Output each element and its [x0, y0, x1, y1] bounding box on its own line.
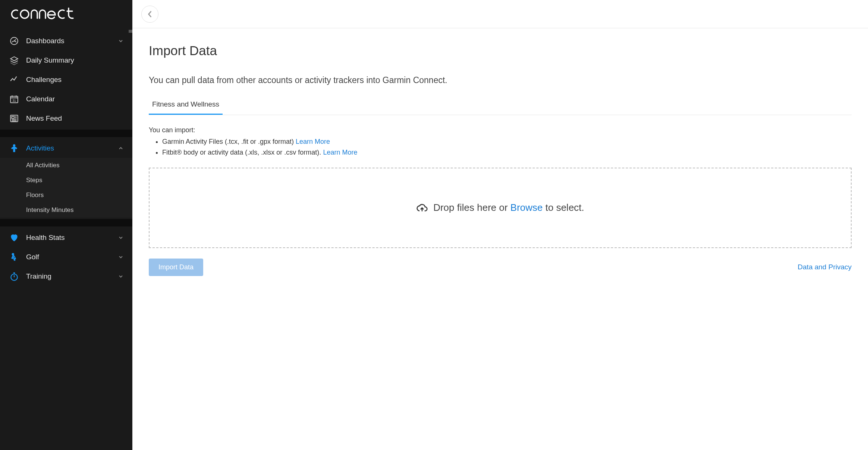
import-list-item: Garmin Activity Files (.tcx, .fit or .gp… [162, 136, 852, 147]
svg-point-0 [21, 10, 29, 18]
sidebar-subitem-steps[interactable]: Steps [0, 173, 132, 188]
tabs: Fitness and Wellness [149, 96, 852, 115]
trend-icon [9, 75, 19, 85]
sidebar-item-label: Dashboards [26, 37, 118, 45]
dropzone-suffix: to select. [543, 202, 584, 213]
topbar [132, 0, 868, 28]
golf-icon [9, 252, 19, 262]
sidebar-item-golf[interactable]: Golf [0, 247, 132, 267]
sidebar-item-label: News Feed [26, 114, 123, 123]
chevron-down-icon [118, 38, 123, 44]
data-privacy-link[interactable]: Data and Privacy [798, 263, 852, 271]
main-area: Import Data You can pull data from other… [132, 0, 868, 450]
sidebar-item-challenges[interactable]: Challenges [0, 70, 132, 89]
heart-icon [9, 232, 19, 243]
activities-submenu: All Activities Steps Floors Intensity Mi… [0, 158, 132, 218]
sidebar-item-label: Daily Summary [26, 56, 123, 64]
chevron-down-icon [118, 254, 123, 260]
svg-point-7 [12, 253, 14, 255]
page-title: Import Data [149, 43, 852, 58]
back-button[interactable] [141, 6, 158, 23]
sidebar-item-label: Calendar [26, 95, 123, 103]
sidebar-nav: Dashboards Daily Summary Challenges [0, 30, 132, 450]
actions-row: Import Data Data and Privacy [149, 259, 852, 276]
nav-separator [0, 130, 132, 137]
content: Import Data You can pull data from other… [132, 28, 868, 291]
sidebar-item-dashboards[interactable]: Dashboards [0, 31, 132, 51]
sidebar-item-label: Health Stats [26, 234, 118, 242]
dropzone-prefix: Drop files here or [433, 202, 510, 213]
sidebar-item-health-stats[interactable]: Health Stats [0, 228, 132, 247]
svg-text:31: 31 [12, 99, 16, 102]
sidebar-item-label: Golf [26, 253, 118, 261]
stopwatch-icon [9, 271, 19, 282]
layers-icon [9, 55, 19, 66]
sidebar-item-news-feed[interactable]: News Feed [0, 109, 132, 128]
dropzone-text: Drop files here or Browse to select. [433, 202, 584, 213]
learn-more-link[interactable]: Learn More [296, 138, 330, 145]
chevron-up-icon [118, 146, 123, 151]
person-icon [9, 143, 19, 153]
svg-point-6 [13, 145, 15, 146]
sidebar-item-label: Activities [26, 144, 118, 152]
bullet-text: Fitbit® body or activity data (.xls, .xl… [162, 149, 323, 156]
file-dropzone[interactable]: Drop files here or Browse to select. [149, 168, 852, 248]
sidebar: Dashboards Daily Summary Challenges [0, 0, 132, 450]
nav-separator [0, 219, 132, 226]
tab-fitness-wellness[interactable]: Fitness and Wellness [149, 96, 223, 115]
import-intro: You can import: [149, 126, 852, 134]
chevron-left-icon [147, 10, 152, 18]
sidebar-item-calendar[interactable]: 31 Calendar [0, 89, 132, 109]
import-button[interactable]: Import Data [149, 259, 203, 276]
sidebar-item-daily-summary[interactable]: Daily Summary [0, 51, 132, 70]
sidebar-subitem-all-activities[interactable]: All Activities [0, 158, 132, 173]
sidebar-item-activities[interactable]: Activities [0, 139, 132, 158]
sidebar-subitem-intensity-minutes[interactable]: Intensity Minutes [0, 203, 132, 218]
calendar-icon: 31 [9, 94, 19, 104]
sidebar-item-training[interactable]: Training [0, 267, 132, 286]
sidebar-item-label: Training [26, 272, 118, 281]
connect-wordmark [9, 7, 84, 22]
news-icon [9, 113, 19, 124]
browse-link[interactable]: Browse [510, 202, 543, 213]
learn-more-link[interactable]: Learn More [323, 149, 357, 156]
logo[interactable] [0, 0, 132, 30]
import-list-item: Fitbit® body or activity data (.xls, .xl… [162, 147, 852, 158]
chevron-down-icon [118, 235, 123, 240]
intro-text: You can pull data from other accounts or… [149, 75, 852, 85]
import-list: Garmin Activity Files (.tcx, .fit or .gp… [162, 136, 852, 158]
cloud-upload-icon [416, 202, 428, 214]
chevron-down-icon [118, 274, 123, 279]
gauge-icon [9, 36, 19, 46]
svg-rect-5 [12, 117, 15, 118]
bullet-text: Garmin Activity Files (.tcx, .fit or .gp… [162, 138, 296, 145]
sidebar-subitem-floors[interactable]: Floors [0, 188, 132, 203]
sidebar-item-label: Challenges [26, 76, 123, 84]
